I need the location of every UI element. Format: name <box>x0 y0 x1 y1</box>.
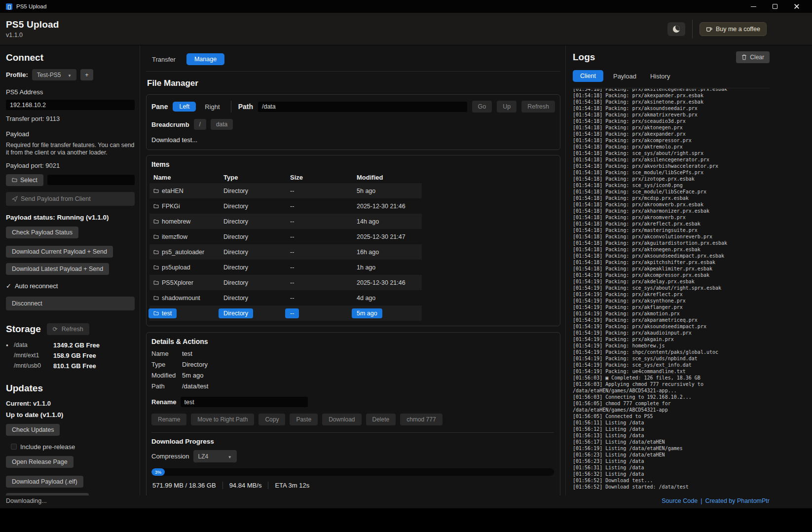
tab-history[interactable]: History <box>646 71 674 82</box>
maximize-icon <box>773 4 777 9</box>
log-line: [01:54:18] Packing: prx/sceaudio3d.prx <box>573 118 770 124</box>
logs-tabs: Client Payload History <box>573 70 770 88</box>
drive-row[interactable]: /mnt/ext1 158.9 GB Free <box>6 350 135 361</box>
table-row[interactable]: PS5Xplorer Directory -- 2025-12-30 21:46 <box>149 275 422 290</box>
profile-select[interactable]: Test-PS5 <box>32 69 76 80</box>
folder-icon <box>153 310 159 316</box>
table-row[interactable]: ps5_autoloader Directory -- 16h ago <box>149 244 422 260</box>
payload-status-text: Payload status: Running (v1.1.0) <box>6 214 135 221</box>
file-manager-title: File Manager <box>147 78 560 88</box>
table-row[interactable]: shadowmount Directory -- 4d ago <box>149 290 422 305</box>
minimize-icon <box>751 6 756 7</box>
table-row[interactable]: itemzflow Directory -- 2025-12-30 21:47 <box>149 229 422 244</box>
table-row[interactable]: ps5upload Directory -- 1h ago <box>149 260 422 275</box>
path-input[interactable] <box>258 102 467 112</box>
rename-label: Rename <box>151 398 177 406</box>
log-line: [01:56:03] Applying chmod 777 recursivel… <box>573 381 770 387</box>
log-line: [01:56:52] Download started: /data/test <box>573 484 770 490</box>
chevron-down-icon <box>64 72 72 78</box>
column-modified: Modified <box>357 174 426 181</box>
include-prerelease-checkbox[interactable]: Include pre-release <box>11 443 135 451</box>
chmod-777-button[interactable]: chmod 777 <box>400 414 442 425</box>
folder-icon <box>153 234 159 239</box>
details-heading: Details & Actions <box>151 338 554 345</box>
disconnect-button[interactable]: Disconnect <box>6 297 135 310</box>
close-button[interactable] <box>793 3 800 10</box>
log-line: [01:54:18] Packing: prx/akvorbishwaccele… <box>573 163 770 169</box>
clear-logs-button[interactable]: Clear <box>736 51 770 63</box>
log-line: [01:56:31] Listing /data <box>573 464 770 471</box>
status-bar: Downloading... Source Code | Created by … <box>0 495 812 508</box>
ps5-address-input[interactable] <box>6 100 135 110</box>
download-payload-elf-button[interactable]: Download Payload (.elf) <box>6 476 83 488</box>
breadcrumb-root[interactable]: / <box>194 119 206 130</box>
check-updates-button[interactable]: Check Updates <box>6 424 60 436</box>
log-line: [01:54:19] Packing: prx/akgain.prx <box>573 336 770 342</box>
coffee-icon <box>706 26 712 32</box>
tab-manage[interactable]: Manage <box>186 53 224 65</box>
source-code-link[interactable]: Source Code <box>662 497 698 504</box>
detail-type-value: Directory <box>182 361 554 368</box>
payload-file-input[interactable] <box>47 175 135 185</box>
log-line: [01:54:18] Packing: prx/izotope.prx.esba… <box>573 176 770 182</box>
table-row[interactable]: etaHEN Directory -- 5h ago <box>149 183 422 198</box>
tab-payload[interactable]: Payload <box>609 71 640 82</box>
divider <box>151 432 554 433</box>
updates-current-version: Current: v1.1.0 <box>6 400 135 407</box>
buy-coffee-button[interactable]: Buy me a coffee <box>700 22 767 36</box>
open-release-page-button[interactable]: Open Release Page <box>6 456 74 468</box>
storage-refresh-button[interactable]: Refresh <box>47 323 89 335</box>
detail-name-value: test <box>182 350 554 357</box>
updates-heading: Updates <box>6 383 135 394</box>
select-payload-button[interactable]: Select <box>6 174 43 186</box>
rename-input[interactable] <box>181 397 308 407</box>
table-row[interactable]: FPKGi Directory -- 2025-12-30 21:46 <box>149 198 422 214</box>
download-latest-payload-button[interactable]: Download Latest Payload + Send <box>6 263 109 275</box>
log-line: [01:56:05] chmod 777 complete for <box>573 400 770 407</box>
table-row[interactable]: homebrew Directory -- 14h ago <box>149 214 422 229</box>
compression-select[interactable]: LZ4 <box>193 450 237 462</box>
move-to-right-path-button[interactable]: Move to Right Path <box>191 414 254 425</box>
transfer-stats: 571.99 MB / 18.36 GB 94.84 MB/s ETA 3m 1… <box>151 482 554 489</box>
tab-client[interactable]: Client <box>573 70 603 82</box>
ps5-address-label: PS5 Address <box>6 88 135 96</box>
up-button[interactable]: Up <box>497 101 517 113</box>
copy-button[interactable]: Copy <box>258 414 285 425</box>
theme-toggle-button[interactable] <box>667 22 685 36</box>
log-line: [01:54:18] Packing: prx/akcompressor.prx <box>573 137 770 144</box>
payload-description: Required for file transfer features. You… <box>6 142 135 157</box>
send-payload-button[interactable]: Send Payload from Client <box>6 192 135 206</box>
maximize-button[interactable] <box>772 3 778 10</box>
breadcrumb-dir[interactable]: data <box>211 119 233 130</box>
drive-row[interactable]: /data 1349.2 GB Free <box>6 340 135 350</box>
refresh-button[interactable]: Refresh <box>521 101 555 113</box>
checkbox-icon <box>11 444 17 450</box>
delete-button[interactable]: Delete <box>366 414 396 425</box>
add-profile-button[interactable]: + <box>80 69 93 80</box>
folder-icon <box>153 295 159 301</box>
table-row[interactable]: test Directory -- 5m ago <box>149 305 422 321</box>
log-line: [01:54:18] Packing: prx/mcdsp.prx.esbak <box>573 195 770 201</box>
rename-button[interactable]: Rename <box>151 414 186 425</box>
log-line: [01:56:52] Download test... <box>573 477 770 484</box>
minimize-button[interactable] <box>750 3 757 10</box>
folder-icon <box>153 249 159 255</box>
auto-reconnect-checkbox[interactable]: Auto reconnect <box>6 282 135 290</box>
check-payload-status-button[interactable]: Check Payload Status <box>6 227 78 238</box>
tab-transfer[interactable]: Transfer <box>148 54 180 65</box>
page-title: PS5 Upload <box>6 19 59 30</box>
log-line: [01:54:18] Packing: sce_module/libScePfs… <box>573 169 770 176</box>
paste-button[interactable]: Paste <box>290 414 318 425</box>
pane-left-button[interactable]: Left <box>173 102 196 112</box>
transfer-speed: 94.84 MB/s <box>222 482 268 489</box>
log-line: [01:54:18] Packing: prx/aksilencegenerat… <box>573 156 770 163</box>
transferred-amount: 571.99 MB / 18.36 GB <box>151 482 222 489</box>
go-button[interactable]: Go <box>472 101 492 113</box>
download-current-payload-button[interactable]: Download Current Payload + Send <box>6 246 113 258</box>
log-line: [01:56:19] Listing /data/etaHEN/games <box>573 445 770 452</box>
trash-icon <box>741 54 747 60</box>
drive-row[interactable]: /mnt/usb0 810.1 GB Free <box>6 361 135 371</box>
pane-right-button[interactable]: Right <box>201 101 223 113</box>
file-actions: Rename Move to Right Path Copy Paste Dow… <box>151 414 554 425</box>
download-button[interactable]: Download <box>322 414 361 425</box>
